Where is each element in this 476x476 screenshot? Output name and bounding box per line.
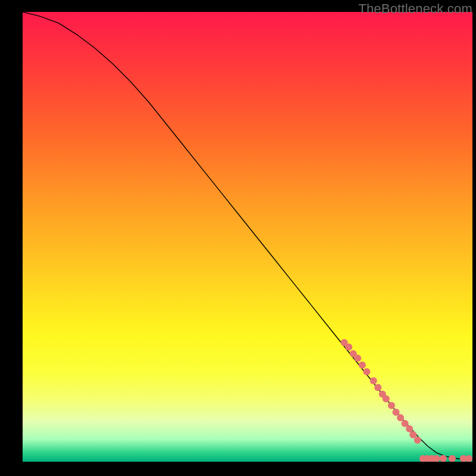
data-point <box>414 437 421 444</box>
chart-frame: TheBottleneck.com <box>0 0 476 476</box>
plot-area <box>23 12 472 462</box>
chart-svg <box>23 12 472 462</box>
data-point <box>374 384 381 391</box>
data-point <box>345 343 352 350</box>
data-point <box>465 455 472 462</box>
data-point <box>370 377 377 384</box>
scatter-points <box>341 339 472 462</box>
data-point <box>359 361 366 368</box>
data-point <box>363 368 370 375</box>
watermark-text: TheBottleneck.com <box>358 1 472 17</box>
data-point <box>449 455 456 462</box>
data-point <box>354 355 361 362</box>
data-point <box>383 395 390 402</box>
data-point <box>388 402 395 409</box>
data-point <box>397 414 404 421</box>
curve-line <box>23 12 472 459</box>
